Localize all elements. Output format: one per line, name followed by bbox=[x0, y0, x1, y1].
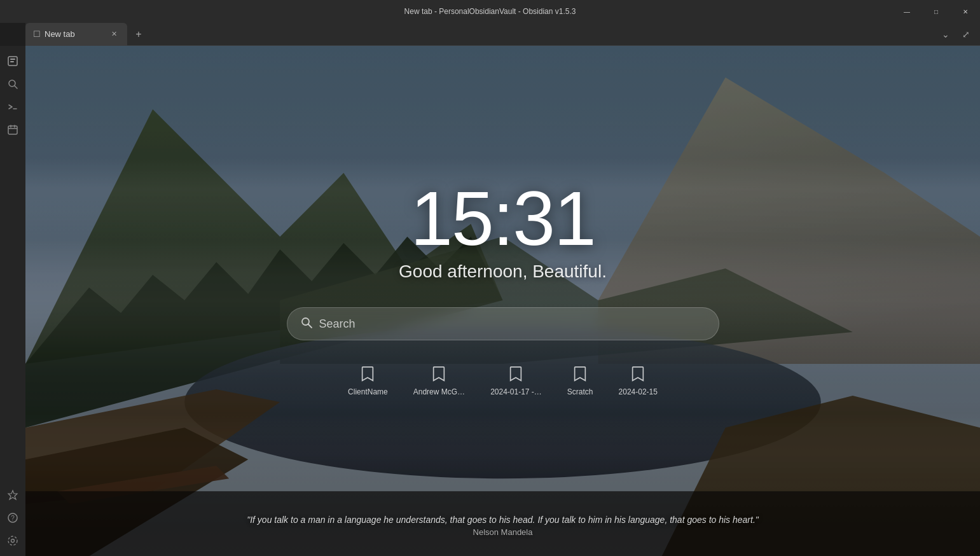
search-icon bbox=[7, 78, 18, 90]
tab-dropdown-button[interactable]: ⌄ bbox=[937, 25, 955, 43]
bookmark-item[interactable]: 2024-01-17 -… bbox=[490, 366, 542, 396]
files-icon bbox=[7, 55, 18, 67]
search-input[interactable] bbox=[319, 317, 706, 331]
window-controls: — □ ✕ bbox=[892, 0, 980, 23]
bookmark-item[interactable]: Andrew McG… bbox=[413, 366, 465, 396]
center-content: 15:31 Good afternoon, Beautiful. ClientN… bbox=[25, 46, 980, 556]
terminal-icon bbox=[7, 101, 18, 113]
sidebar-search-btn[interactable] bbox=[3, 74, 23, 94]
svg-rect-1 bbox=[10, 59, 15, 60]
bookmark-label: ClientName bbox=[348, 387, 388, 396]
sidebar-bottom: ? bbox=[3, 485, 23, 551]
sidebar-calendar-btn[interactable] bbox=[3, 120, 23, 140]
close-icon: ✕ bbox=[963, 8, 968, 15]
bookmark-icon bbox=[361, 366, 375, 382]
bookmark-label: 2024-02-15 bbox=[619, 387, 658, 396]
help-icon: ? bbox=[7, 512, 18, 524]
svg-text:?: ? bbox=[11, 515, 15, 522]
calendar-icon bbox=[7, 124, 18, 136]
bookmark-item[interactable]: Scratch bbox=[567, 366, 593, 396]
bookmark-icon bbox=[509, 366, 523, 382]
clock: 15:31 bbox=[410, 180, 595, 256]
close-button[interactable]: ✕ bbox=[951, 0, 980, 23]
tab-file-icon: ☐ bbox=[33, 29, 41, 39]
sidebar-settings-btn[interactable] bbox=[3, 531, 23, 551]
sidebar-terminal-btn[interactable] bbox=[3, 97, 23, 117]
sidebar: ? bbox=[0, 46, 25, 556]
bookmark-icon bbox=[631, 366, 645, 382]
svg-marker-10 bbox=[8, 490, 17, 499]
bookmark-item[interactable]: 2024-02-15 bbox=[619, 366, 658, 396]
minimize-icon: — bbox=[904, 8, 910, 15]
search-bar-icon bbox=[300, 316, 313, 332]
maximize-button[interactable]: □ bbox=[921, 0, 951, 23]
active-tab[interactable]: ☐ New tab ✕ bbox=[25, 23, 127, 46]
svg-point-27 bbox=[302, 318, 309, 325]
tabbar-right: ⌄ ⤢ bbox=[937, 25, 980, 43]
window-title: New tab - PersonalObsidianVault - Obsidi… bbox=[404, 7, 576, 16]
quote-text: "If you talk to a man in a language he u… bbox=[247, 515, 759, 525]
maximize-icon: □ bbox=[934, 8, 938, 15]
minimize-button[interactable]: — bbox=[892, 0, 921, 23]
svg-rect-2 bbox=[10, 61, 14, 62]
titlebar: New tab - PersonalObsidianVault - Obsidi… bbox=[0, 0, 980, 23]
tab-expand-button[interactable]: ⤢ bbox=[957, 25, 975, 43]
svg-line-28 bbox=[308, 324, 312, 328]
bookmark-icon bbox=[573, 366, 587, 382]
new-tab-button[interactable]: + bbox=[130, 25, 148, 43]
svg-line-4 bbox=[15, 86, 17, 88]
quote-author: Nelson Mandela bbox=[473, 527, 533, 537]
settings-icon bbox=[7, 535, 18, 546]
search-bar[interactable] bbox=[287, 307, 719, 340]
svg-point-14 bbox=[8, 536, 17, 545]
quote-section: "If you talk to a man in a language he u… bbox=[25, 515, 980, 537]
sidebar-pin-btn[interactable] bbox=[3, 485, 23, 505]
svg-rect-6 bbox=[8, 126, 17, 134]
bookmark-label: 2024-01-17 -… bbox=[490, 387, 542, 396]
sidebar-open-files[interactable] bbox=[3, 51, 23, 71]
bookmark-label: Andrew McG… bbox=[413, 387, 465, 396]
greeting: Good afternoon, Beautiful. bbox=[399, 261, 607, 282]
bookmark-icon bbox=[432, 366, 446, 382]
sidebar-help-btn[interactable]: ? bbox=[3, 508, 23, 528]
tab-label: New tab bbox=[45, 29, 75, 39]
svg-point-13 bbox=[11, 539, 15, 543]
tabbar: ☐ New tab ✕ + ⌄ ⤢ bbox=[25, 23, 980, 46]
bookmarks-row: ClientName Andrew McG… 2024-01-17 -… Scr… bbox=[348, 366, 658, 396]
main-content: 15:31 Good afternoon, Beautiful. ClientN… bbox=[25, 46, 980, 556]
tab-close-button[interactable]: ✕ bbox=[108, 29, 120, 40]
bookmark-label: Scratch bbox=[567, 387, 593, 396]
bookmark-item[interactable]: ClientName bbox=[348, 366, 388, 396]
search-container bbox=[287, 307, 719, 340]
pin-icon bbox=[7, 489, 18, 501]
